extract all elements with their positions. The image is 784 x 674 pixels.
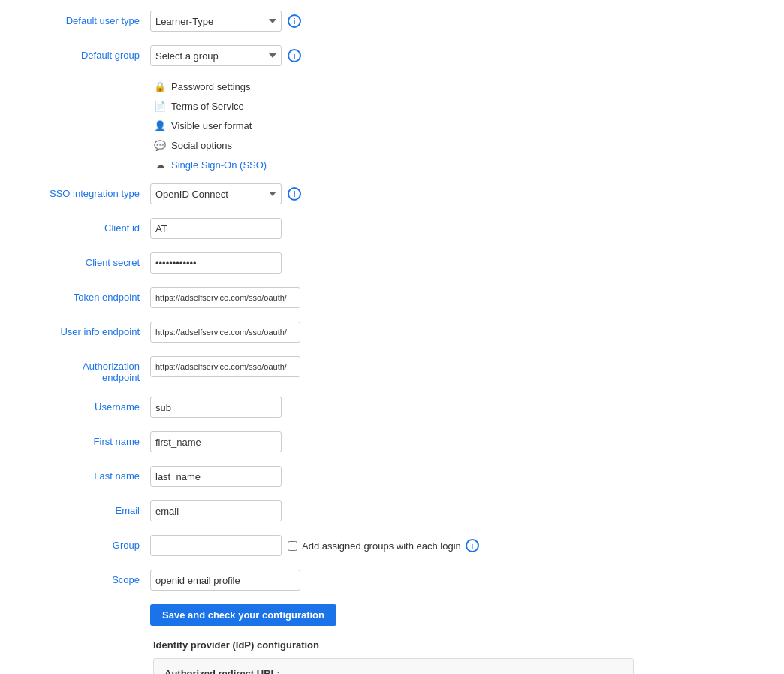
- user-info-endpoint-row: User info endpoint: [30, 319, 754, 346]
- sso-integration-type-label: SSO integration type: [30, 183, 150, 199]
- client-id-wrap: [150, 218, 754, 239]
- default-user-type-wrap: Learner-Type i: [150, 11, 754, 32]
- client-id-row: Client id: [30, 215, 754, 242]
- add-groups-label: Add assigned groups with each login: [302, 540, 461, 552]
- authorization-endpoint-wrap: [150, 356, 754, 377]
- add-groups-info-icon[interactable]: i: [466, 539, 479, 552]
- client-id-input[interactable]: [150, 218, 282, 239]
- username-input[interactable]: [150, 397, 282, 418]
- sso-integration-type-row: SSO integration type OpenID Connect i: [30, 180, 754, 207]
- scope-label: Scope: [30, 570, 150, 585]
- nav-item-visible-user-format[interactable]: 👤 Visible user format: [153, 116, 754, 135]
- default-user-type-label: Default user type: [30, 11, 150, 26]
- save-check-spacer: [30, 604, 150, 609]
- save-check-row: Save and check your configuration: [30, 601, 754, 629]
- username-wrap: [150, 397, 754, 418]
- default-group-label: Default group: [30, 45, 150, 61]
- lock-icon: 🔒: [153, 80, 167, 93]
- default-group-wrap: Select a group i: [150, 45, 754, 66]
- nav-item-password-settings-label: Password settings: [171, 81, 251, 92]
- group-wrap: Add assigned groups with each login i: [150, 535, 754, 556]
- client-secret-row: Client secret: [30, 249, 754, 277]
- default-group-info-icon[interactable]: i: [288, 49, 301, 62]
- authorization-endpoint-input[interactable]: [150, 356, 300, 377]
- nav-item-terms-of-service-label: Terms of Service: [171, 101, 244, 112]
- user-info-endpoint-input[interactable]: [150, 322, 300, 343]
- scope-row: Scope: [30, 567, 754, 594]
- group-label: Group: [30, 535, 150, 551]
- default-user-type-select[interactable]: Learner-Type: [150, 11, 282, 32]
- nav-item-password-settings[interactable]: 🔒 Password settings: [153, 77, 754, 96]
- authorized-redirect-url-label: Authorized redirect URL:: [164, 668, 623, 674]
- scope-input[interactable]: [150, 570, 300, 591]
- default-group-row: Default group Select a group i: [30, 42, 754, 69]
- token-endpoint-wrap: [150, 287, 754, 308]
- email-label: Email: [30, 500, 150, 516]
- save-check-button[interactable]: Save and check your configuration: [150, 604, 336, 626]
- first-name-label: First name: [30, 431, 150, 447]
- token-endpoint-row: Token endpoint: [30, 284, 754, 311]
- user-info-endpoint-wrap: [150, 322, 754, 343]
- idp-section: Identity provider (IdP) configuration Au…: [153, 639, 754, 674]
- idp-section-title: Identity provider (IdP) configuration: [153, 639, 754, 651]
- email-wrap: [150, 500, 754, 521]
- client-secret-label: Client secret: [30, 252, 150, 268]
- nav-section: 🔒 Password settings 📄 Terms of Service 👤…: [153, 77, 754, 174]
- sso-integration-type-info-icon[interactable]: i: [288, 187, 301, 201]
- email-input[interactable]: [150, 500, 282, 521]
- idp-box: Authorized redirect URL: Post logout red…: [153, 658, 634, 674]
- first-name-wrap: [150, 431, 754, 452]
- token-endpoint-input[interactable]: [150, 287, 300, 308]
- add-groups-checkbox-wrap: Add assigned groups with each login i: [288, 539, 479, 552]
- first-name-input[interactable]: [150, 431, 282, 452]
- cloud-icon: ☁: [153, 158, 167, 171]
- default-user-type-row: Default user type Learner-Type i: [30, 8, 754, 35]
- username-row: Username: [30, 394, 754, 421]
- nav-item-terms-of-service[interactable]: 📄 Terms of Service: [153, 96, 754, 116]
- sso-integration-type-select[interactable]: OpenID Connect: [150, 183, 282, 204]
- nav-item-sso[interactable]: ☁ Single Sign-On (SSO): [153, 155, 754, 174]
- last-name-wrap: [150, 466, 754, 487]
- group-row: Group Add assigned groups with each logi…: [30, 532, 754, 559]
- scope-wrap: [150, 570, 754, 591]
- nav-item-social-options[interactable]: 💬 Social options: [153, 135, 754, 155]
- group-input[interactable]: [150, 535, 282, 556]
- sso-integration-type-wrap: OpenID Connect i: [150, 183, 754, 204]
- authorized-redirect-url-section: Authorized redirect URL:: [164, 668, 623, 674]
- chat-icon: 💬: [153, 138, 167, 152]
- nav-item-visible-user-format-label: Visible user format: [171, 120, 252, 131]
- client-id-label: Client id: [30, 218, 150, 234]
- user-icon: 👤: [153, 119, 167, 132]
- client-secret-input[interactable]: [150, 252, 282, 274]
- document-icon: 📄: [153, 99, 167, 113]
- nav-item-sso-label: Single Sign-On (SSO): [171, 159, 267, 171]
- save-check-wrap: Save and check your configuration: [150, 604, 754, 626]
- default-user-type-info-icon[interactable]: i: [288, 14, 301, 28]
- nav-item-social-options-label: Social options: [171, 140, 232, 151]
- last-name-label: Last name: [30, 466, 150, 482]
- add-groups-checkbox[interactable]: [288, 541, 297, 551]
- user-info-endpoint-label: User info endpoint: [30, 322, 150, 337]
- authorization-endpoint-label: Authorizationendpoint: [30, 356, 150, 383]
- email-row: Email: [30, 497, 754, 524]
- username-label: Username: [30, 397, 150, 413]
- last-name-input[interactable]: [150, 466, 282, 487]
- last-name-row: Last name: [30, 463, 754, 490]
- authorization-endpoint-row: Authorizationendpoint: [30, 353, 754, 386]
- client-secret-wrap: [150, 252, 754, 274]
- token-endpoint-label: Token endpoint: [30, 287, 150, 303]
- default-group-select[interactable]: Select a group: [150, 45, 282, 66]
- first-name-row: First name: [30, 428, 754, 455]
